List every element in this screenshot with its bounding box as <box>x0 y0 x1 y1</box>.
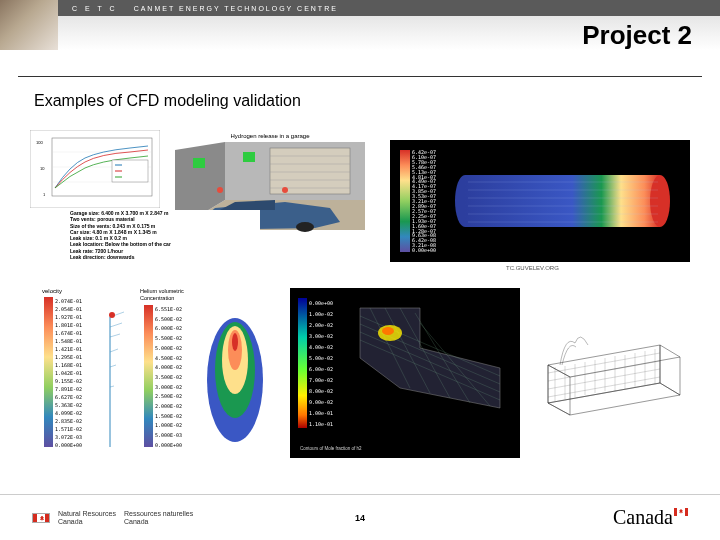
org-long: CANMET ENERGY TECHNOLOGY CENTRE <box>134 5 338 12</box>
p5-right-scale: 6.551E-026.500E-026.000E-025.500E-025.00… <box>155 305 182 451</box>
svg-point-27 <box>217 187 223 193</box>
flag-icon <box>32 513 50 523</box>
dept-en: Natural Resources Canada <box>58 510 116 525</box>
header-photo <box>0 0 58 50</box>
panel-cylinder: 6.42e-076.10e-075.78e-075.46e-075.13e-07… <box>390 140 690 262</box>
garage-caption: Hydrogen release in a garage <box>230 133 310 139</box>
svg-point-57 <box>232 333 238 351</box>
content-area: 100101 Hydrogen release in a garage <box>30 130 690 480</box>
footer-left: Natural Resources Canada Ressources natu… <box>32 510 193 525</box>
spec-line: Leak direction: downwards <box>70 254 260 260</box>
svg-text:Concentration: Concentration <box>140 295 174 301</box>
svg-rect-32 <box>465 175 660 227</box>
rule <box>18 76 702 77</box>
svg-point-28 <box>282 187 288 193</box>
svg-rect-52 <box>144 305 153 447</box>
canada-wordmark: Canada <box>613 506 688 529</box>
panel-mole-fraction: Contours of Mole fraction of h2 0.00e+00… <box>290 288 520 458</box>
svg-line-46 <box>110 349 118 352</box>
svg-rect-15 <box>270 148 350 194</box>
page-title: Project 2 <box>582 20 692 51</box>
p5-left-scale: 2.074E-012.054E-011.927E-011.801E-011.67… <box>55 297 82 449</box>
p6-caption: Contours of Mole fraction of h2 <box>300 446 362 451</box>
dept-fr: Ressources naturelles Canada <box>124 510 193 525</box>
panel-specs: Garage size: 6.400 m X 3.700 m X 2.847 m… <box>70 210 260 280</box>
panel-dual: velocity Helium volumetric Concentration <box>40 285 280 455</box>
p6-scale: 0.00e+001.00e-022.00e-023.00e-024.00e-02… <box>309 298 333 430</box>
svg-rect-41 <box>44 297 53 447</box>
svg-rect-42 <box>98 297 126 447</box>
svg-text:velocity: velocity <box>42 288 62 294</box>
svg-text:100: 100 <box>36 140 43 145</box>
svg-rect-22 <box>243 152 255 162</box>
svg-point-26 <box>296 222 314 232</box>
svg-point-49 <box>109 312 115 318</box>
svg-line-45 <box>110 334 120 337</box>
svg-text:Helium volumetric: Helium volumetric <box>140 288 184 294</box>
svg-rect-30 <box>400 150 410 252</box>
svg-point-33 <box>650 175 670 227</box>
cyl-scale: 6.42e-076.10e-075.78e-075.46e-075.13e-07… <box>412 150 436 253</box>
svg-line-48 <box>110 386 114 387</box>
page-number: 14 <box>355 513 365 523</box>
panel-wireframe <box>530 315 690 435</box>
svg-rect-59 <box>298 298 307 428</box>
panel4-url: TC.GUVELEV.ORG <box>506 265 559 271</box>
svg-rect-21 <box>193 158 205 168</box>
svg-text:10: 10 <box>40 166 45 171</box>
svg-line-47 <box>110 365 116 367</box>
org-short: C E T C <box>72 5 118 12</box>
svg-line-44 <box>110 323 122 327</box>
header-bar: C E T C CANMET ENERGY TECHNOLOGY CENTRE <box>58 0 720 16</box>
panel-chart: 100101 <box>30 130 160 208</box>
svg-rect-71 <box>530 315 690 435</box>
subtitle: Examples of CFD modeling validation <box>34 92 301 110</box>
footer: Natural Resources Canada Ressources natu… <box>0 494 720 540</box>
svg-point-70 <box>382 327 394 335</box>
